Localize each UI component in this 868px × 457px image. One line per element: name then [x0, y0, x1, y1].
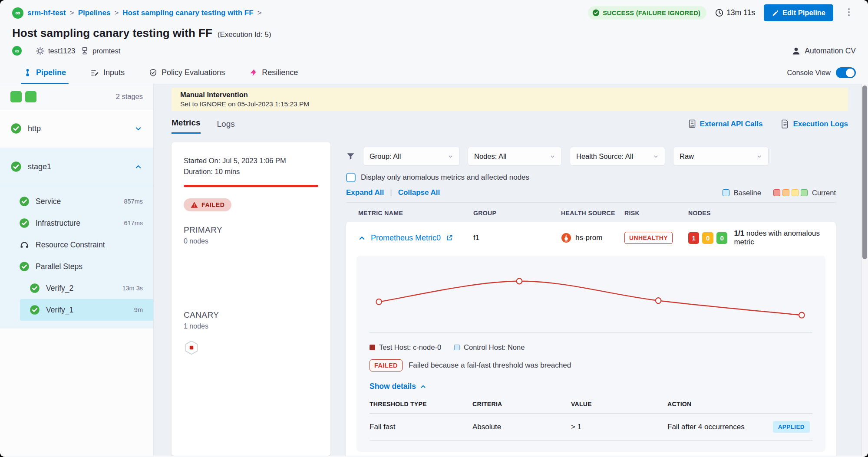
monitored-service-meta: promtest — [80, 46, 120, 55]
external-api-calls-label: External API Calls — [700, 120, 763, 128]
monitored-service-icon — [80, 46, 89, 55]
metrics-panel: Group: All Nodes: All Health Source: All — [346, 142, 848, 456]
stage-count: 2 stages — [116, 92, 143, 101]
verification-duration: Duration: 10 mins — [184, 166, 318, 177]
pencil-icon — [772, 10, 779, 16]
external-api-calls-link[interactable]: API External API Calls — [688, 119, 763, 129]
execution-logs-link[interactable]: Execution Logs — [781, 119, 848, 129]
current-swatch-orange — [782, 189, 789, 196]
action-value: Fail after 4 occurrences — [667, 423, 745, 431]
chevron-down-icon — [756, 154, 762, 159]
failure-reason-row: FAILED Failed because a fail-fast thresh… — [370, 359, 812, 372]
step-duration: 857ms — [124, 198, 143, 205]
tab-metrics[interactable]: Metrics — [172, 118, 201, 134]
group-filter-dropdown[interactable]: Group: All — [363, 147, 460, 166]
current-swatch-yellow — [792, 189, 799, 196]
edit-pipeline-button[interactable]: Edit Pipeline — [764, 4, 833, 21]
current-label: Current — [812, 189, 836, 197]
external-link-icon[interactable] — [446, 234, 453, 241]
app-window: ∞ srm-hf-test > Pipelines > Host samplin… — [0, 0, 868, 457]
chevron-up-icon — [420, 383, 426, 390]
criteria-value: Absolute — [472, 423, 571, 431]
health-source-filter-dropdown[interactable]: Health Source: All — [570, 147, 665, 166]
clock-icon — [715, 9, 723, 17]
nodes-filter-dropdown[interactable]: Nodes: All — [468, 147, 562, 166]
failed-badge: FAILED — [370, 359, 403, 372]
control-host-swatch — [454, 345, 460, 350]
anomalous-checkbox-row[interactable]: Display only anomalous metrics and affec… — [346, 173, 836, 182]
sidebar-step-verify-1[interactable]: Verify_1 9m — [20, 299, 153, 321]
metric-detail-panel: Test Host: c-node-0 Control Host: None F… — [356, 256, 825, 452]
breadcrumb-pipeline-name[interactable]: Host sampling canary testing with FF — [122, 9, 253, 17]
user-chip: Automation CV — [792, 46, 856, 56]
queue-icon — [19, 240, 30, 250]
canary-label: CANARY — [184, 310, 318, 320]
chevron-down-icon — [550, 154, 555, 159]
sidebar-step-resource-constraint[interactable]: Resource Constraint — [0, 234, 153, 256]
anomalous-checkbox[interactable] — [346, 173, 356, 182]
sidebar-step-parallel-steps[interactable]: Parallel Steps — [0, 256, 153, 277]
metric-group-value: f1 — [473, 233, 561, 242]
canary-node-count: 1 nodes — [184, 322, 318, 330]
mode-filter-value: Raw — [680, 152, 694, 161]
check-circle-icon — [19, 218, 30, 228]
applied-badge: APPLIED — [773, 421, 810, 433]
step-duration: 13m 3s — [122, 285, 143, 292]
node-count-yellow: 0 — [702, 232, 713, 244]
mode-filter-dropdown[interactable]: Raw — [673, 147, 769, 166]
step-list: Service 857ms Infrastructure 617ms Resou… — [0, 186, 153, 329]
execution-sidebar: 2 stages http stage1 Service 857ms — [0, 84, 154, 456]
col-header-risk: RISK — [624, 210, 688, 217]
link-separator: | — [390, 188, 392, 197]
kebab-menu[interactable] — [842, 6, 856, 20]
tab-logs[interactable]: Logs — [217, 119, 235, 134]
check-circle-icon — [19, 261, 30, 272]
breadcrumb-project[interactable]: srm-hf-test — [27, 9, 66, 17]
expand-all-link[interactable]: Expand All — [346, 188, 384, 197]
scrollbar-thumb[interactable] — [862, 85, 867, 259]
kebab-icon — [845, 7, 853, 17]
tab-inputs-label: Inputs — [103, 68, 125, 77]
banner-subtitle: Set to IGNORE on 05-Jul-2023 1:15:23 PM — [180, 100, 839, 108]
gear-icon — [36, 46, 45, 56]
check-circle-icon — [30, 283, 40, 293]
tab-inputs[interactable]: Inputs — [90, 62, 125, 84]
console-view-toggle[interactable] — [836, 67, 856, 78]
sidebar-step-verify-2[interactable]: Verify_2 13m 3s — [20, 277, 153, 299]
status-badge-label: SUCCESS (FAILURE IGNORED) — [603, 10, 700, 16]
metric-name-link[interactable]: Prometheus Metric0 — [371, 233, 441, 243]
tab-pipeline[interactable]: Pipeline — [23, 62, 66, 84]
breadcrumb-pipelines[interactable]: Pipelines — [78, 9, 111, 17]
filter-funnel-icon — [346, 152, 355, 161]
metric-line-chart[interactable] — [370, 268, 812, 337]
sidebar-step-service[interactable]: Service 857ms — [0, 191, 153, 212]
show-details-link[interactable]: Show details — [370, 382, 812, 391]
stage1-block: stage1 Service 857ms Infrastructure 617m… — [0, 148, 153, 329]
tab-resilience[interactable]: Resilience — [249, 62, 298, 84]
page-title: Host sampling canary testing with FF — [12, 26, 212, 40]
toggle-knob — [846, 69, 855, 77]
expand-collapse-row: Expand All | Collapse All Baseline — [346, 188, 836, 197]
sidebar-stage-stage1[interactable]: stage1 — [0, 148, 153, 186]
service-name: test1123 — [48, 47, 75, 55]
canary-node-hexagon[interactable] — [184, 340, 199, 355]
baseline-swatch — [723, 189, 729, 196]
check-circle-icon — [10, 123, 22, 134]
sidebar-stage-http[interactable]: http — [0, 109, 153, 148]
log-doc-icon — [781, 119, 789, 129]
tab-policy-evaluations[interactable]: Policy Evaluations — [149, 62, 225, 84]
collapse-all-link[interactable]: Collapse All — [398, 188, 440, 197]
primary-node-count: 0 nodes — [184, 237, 318, 245]
svg-text:API: API — [690, 125, 694, 127]
scrollbar-track[interactable] — [861, 84, 868, 456]
collapse-chevron-icon[interactable] — [358, 234, 366, 242]
breadcrumb-separator: > — [257, 9, 262, 17]
inputs-icon — [90, 69, 99, 77]
current-swatch-green — [801, 189, 808, 196]
sidebar-step-infrastructure[interactable]: Infrastructure 617ms — [0, 212, 153, 234]
step-label: Parallel Steps — [36, 262, 83, 271]
show-details-label: Show details — [370, 382, 416, 391]
group-filter-value: Group: All — [370, 152, 401, 161]
check-circle-icon — [592, 9, 600, 16]
test-host-label: Test Host: c-node-0 — [379, 343, 441, 352]
